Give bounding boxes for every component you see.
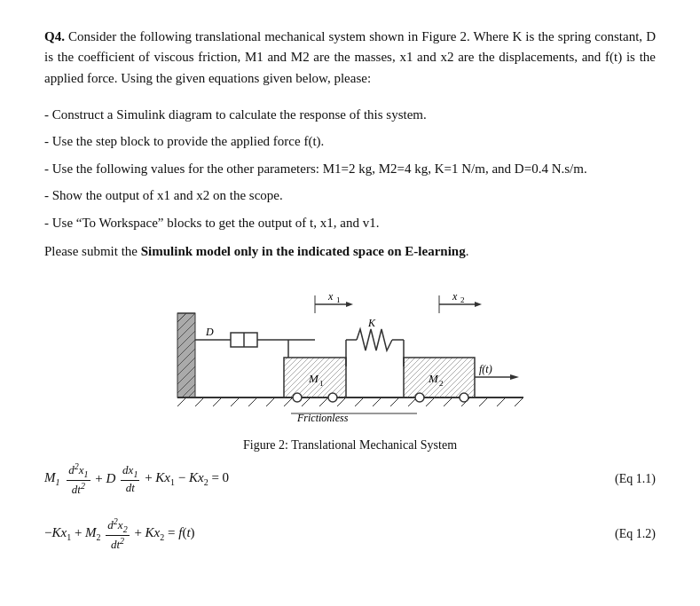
svg-line-24 xyxy=(266,397,275,406)
eq1-space xyxy=(62,471,66,486)
eq2-label: (Eq 1.2) xyxy=(615,527,656,541)
svg-marker-67 xyxy=(510,374,519,380)
svg-marker-58 xyxy=(346,302,353,307)
svg-text:x: x xyxy=(327,290,334,303)
svg-line-19 xyxy=(177,397,186,406)
svg-line-33 xyxy=(426,397,435,406)
bullet-5: - Use “To Workspace” blocks to get the o… xyxy=(44,213,656,233)
svg-line-38 xyxy=(515,397,523,406)
svg-text:M: M xyxy=(428,372,439,385)
question-block: Q4. Consider the following translational… xyxy=(44,27,656,89)
svg-line-21 xyxy=(213,397,222,406)
eq2-rest: + Kx2 = f(t) xyxy=(131,525,195,542)
svg-line-20 xyxy=(195,397,204,406)
svg-text:D: D xyxy=(205,326,214,338)
equation-1-row: M1 d2x1 dt2 + D dx1 dt + Kx1 − Kx2 = 0 (… xyxy=(44,461,656,497)
bullet-1: - Construct a Simulink diagram to calcul… xyxy=(44,105,656,125)
eq1-frac2: dx1 dt xyxy=(121,463,139,494)
svg-line-37 xyxy=(497,397,506,406)
question-intro-text: Consider the following translational mec… xyxy=(44,29,656,85)
question-intro: Q4. Consider the following translational… xyxy=(44,27,656,89)
eq1-M1: M1 xyxy=(44,470,60,487)
equation-2: −Kx1 + M2 d2x2 dt2 + Kx2 = f(t) xyxy=(44,516,195,552)
svg-line-36 xyxy=(479,397,488,406)
svg-line-25 xyxy=(284,397,293,406)
mech-diagram: D xyxy=(160,278,541,433)
equations-section: M1 d2x1 dt2 + D dx1 dt + Kx1 − Kx2 = 0 (… xyxy=(44,461,656,552)
equation-2-row: −Kx1 + M2 d2x2 dt2 + Kx2 = f(t) (Eq 1.2) xyxy=(44,516,656,552)
eq1-rest: + Kx1 − Kx2 = 0 xyxy=(141,470,229,487)
eq2-kx1: −Kx1 + M2 xyxy=(44,525,104,542)
question-number: Q4. xyxy=(44,29,65,43)
svg-point-42 xyxy=(293,393,302,402)
svg-text:2: 2 xyxy=(460,295,465,304)
bullet-3: - Use the following values for the other… xyxy=(44,159,656,179)
svg-marker-63 xyxy=(475,302,482,307)
eq1-frac1: d2x1 dt2 xyxy=(67,461,90,497)
eq1-plus-D: + D xyxy=(92,471,120,486)
svg-line-26 xyxy=(302,397,311,406)
bullet-4: - Show the output of x1 and x2 on the sc… xyxy=(44,185,656,206)
svg-point-53 xyxy=(415,393,424,402)
svg-text:1: 1 xyxy=(319,379,324,388)
svg-text:2: 2 xyxy=(439,379,444,388)
svg-rect-50 xyxy=(404,358,475,397)
figure-container: D xyxy=(44,278,656,453)
svg-line-31 xyxy=(390,397,399,406)
submit-bold: Simulink model only in the indicated spa… xyxy=(141,244,466,258)
eq1-label: (Eq 1.1) xyxy=(615,472,656,486)
figure-caption: Figure 2: Translational Mechanical Syste… xyxy=(243,438,457,453)
svg-point-43 xyxy=(328,393,337,402)
svg-text:K: K xyxy=(367,317,376,329)
svg-line-27 xyxy=(319,397,328,406)
svg-line-34 xyxy=(444,397,452,406)
submit-line: Please submit the Simulink model only in… xyxy=(44,241,656,262)
svg-line-28 xyxy=(337,397,346,406)
svg-line-29 xyxy=(355,397,364,406)
equation-1: M1 d2x1 dt2 + D dx1 dt + Kx1 − Kx2 = 0 xyxy=(44,461,229,497)
svg-text:1: 1 xyxy=(336,295,341,304)
svg-text:x: x xyxy=(452,290,458,303)
svg-text:M: M xyxy=(308,372,319,385)
bullet-list: - Construct a Simulink diagram to calcul… xyxy=(44,105,656,233)
svg-rect-0 xyxy=(177,313,195,397)
eq2-frac: d2x2 dt2 xyxy=(106,516,129,552)
svg-line-30 xyxy=(373,397,381,406)
svg-point-54 xyxy=(460,393,468,402)
svg-line-22 xyxy=(231,397,240,406)
svg-text:f(t): f(t) xyxy=(479,363,492,375)
svg-line-23 xyxy=(248,397,257,406)
bullet-2: - Use the step block to provide the appl… xyxy=(44,131,656,152)
